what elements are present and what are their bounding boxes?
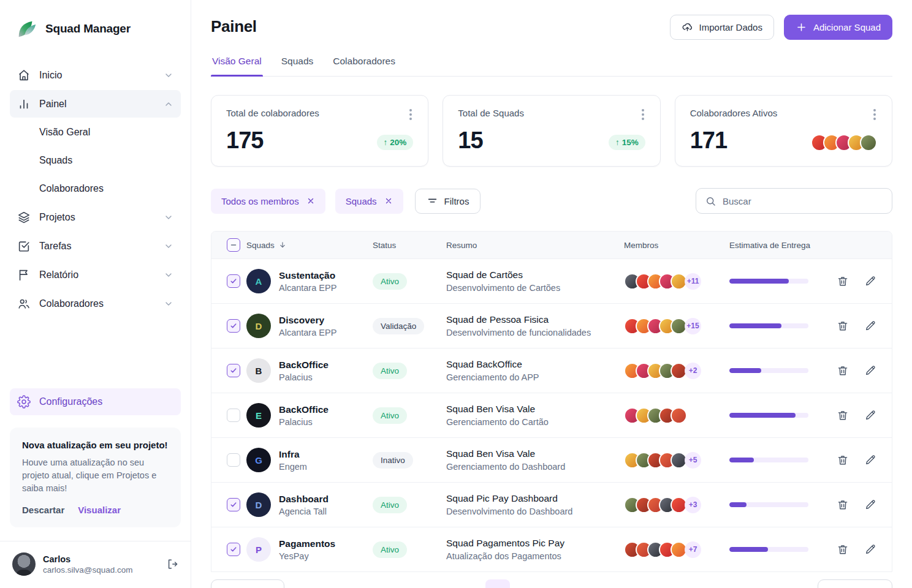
members-avatars: +2	[624, 363, 729, 379]
squad-company: Palacius	[279, 417, 329, 427]
sidebar-item-relatorio[interactable]: Relatório	[10, 261, 181, 288]
delivery-progress-bar	[729, 368, 808, 373]
sidebar-subitem-colaboradores[interactable]: Colaboradores	[10, 175, 181, 202]
page-button-2[interactable]: 2	[512, 579, 537, 588]
people-icon	[17, 297, 31, 311]
dismiss-link[interactable]: Descartar	[22, 505, 64, 515]
filter-chip-todos-os-membros[interactable]: Todos os membros	[211, 189, 325, 214]
view-link[interactable]: Visualizar	[78, 505, 121, 515]
members-avatars: +7	[624, 541, 729, 558]
sidebar-item-tarefas[interactable]: Tarefas	[10, 232, 181, 260]
filters-button[interactable]: Filtros	[415, 189, 481, 214]
edit-icon[interactable]	[864, 364, 876, 377]
kebab-menu-icon[interactable]	[872, 108, 877, 121]
kebab-menu-icon[interactable]	[408, 108, 413, 121]
row-checkbox[interactable]	[227, 364, 240, 377]
delete-icon[interactable]	[837, 364, 849, 377]
stat-card-colaboradores-ativos: Colaboradores Ativos171	[675, 95, 892, 167]
summary-subtitle: Gerenciamento do Cartão	[446, 417, 624, 427]
row-checkbox[interactable]	[227, 543, 240, 556]
delivery-progress-bar	[729, 413, 808, 418]
members-avatars: +3	[624, 497, 729, 513]
summary-title: Squad Pagamentos Pic Pay	[446, 538, 624, 549]
close-icon[interactable]	[384, 197, 393, 205]
sidebar-subitem-squads[interactable]: Squads	[10, 147, 181, 174]
delete-icon[interactable]	[837, 409, 849, 421]
members-avatars	[624, 407, 729, 424]
import-data-button[interactable]: Importar Dados	[670, 15, 774, 40]
search-input[interactable]	[723, 196, 883, 206]
page-button-6[interactable]: 6	[593, 579, 618, 588]
extra-members-badge: +11	[685, 273, 701, 290]
previous-page-button[interactable]: Anterior	[211, 579, 284, 588]
extra-members-badge: +7	[685, 541, 701, 558]
table-row: BBackOfficePalaciusAtivoSquad BackOffice…	[211, 348, 892, 393]
page-ellipsis: ...	[566, 579, 591, 588]
row-checkbox[interactable]	[227, 409, 240, 422]
members-avatars: +11	[624, 273, 729, 290]
sidebar-item-colaboradores[interactable]: Colaboradores	[10, 290, 181, 317]
filter-chip-squads[interactable]: Squads	[335, 189, 403, 214]
edit-icon[interactable]	[864, 454, 876, 466]
status-badge: Ativo	[373, 541, 407, 558]
summary-subtitle: Desenvolvimento de funcionalidades	[446, 328, 624, 337]
delete-icon[interactable]	[837, 320, 849, 332]
next-page-button[interactable]: Próximo	[818, 579, 892, 588]
table-row: PPagamentosYesPayAtivoSquad Pagamentos P…	[211, 527, 892, 571]
chevron-up-icon	[164, 99, 173, 109]
page-button-3[interactable]: 3	[539, 579, 564, 588]
trend-badge: ↑20%	[377, 135, 414, 150]
summary-subtitle: Gerenciamento do Dashboard	[446, 462, 624, 472]
squad-logo: E	[246, 403, 271, 428]
column-header-squads[interactable]: Squads	[246, 241, 373, 250]
squad-company: Alcantara EPP	[279, 328, 336, 337]
column-header-membros: Membros	[624, 241, 729, 250]
filter-chips: Todos os membrosSquads	[211, 189, 403, 214]
home-icon	[17, 69, 31, 82]
close-icon[interactable]	[306, 197, 315, 205]
sidebar-subitem-visao-geral[interactable]: Visão Geral	[10, 119, 181, 146]
row-checkbox[interactable]	[227, 498, 240, 511]
edit-icon[interactable]	[864, 320, 876, 332]
sidebar-item-painel[interactable]: Painel	[10, 90, 181, 118]
summary-subtitle: Desenvolvimento do Dashboard	[446, 507, 624, 516]
notification-card: Nova atualização em seu projeto! Houve u…	[10, 428, 181, 527]
squad-logo: D	[246, 492, 271, 517]
row-checkbox[interactable]	[227, 274, 240, 288]
row-checkbox[interactable]	[227, 453, 240, 467]
add-squad-button[interactable]: Adicionar Squad	[784, 15, 892, 40]
logout-icon[interactable]	[166, 558, 178, 570]
main-content: Painel Importar Dados Adicionar Squad	[191, 0, 912, 588]
delivery-progress-bar	[729, 502, 808, 507]
delete-icon[interactable]	[837, 275, 849, 287]
row-checkbox[interactable]	[227, 319, 240, 333]
edit-icon[interactable]	[864, 275, 876, 287]
filter-row: Todos os membrosSquads Filtros	[211, 188, 892, 214]
filter-icon	[427, 195, 438, 207]
squad-name: BackOffice	[279, 404, 329, 415]
squad-name: BackOffice	[279, 360, 329, 371]
delete-icon[interactable]	[837, 543, 849, 556]
tab-bar: Visão GeralSquadsColaboradores	[211, 56, 892, 77]
edit-icon[interactable]	[864, 409, 876, 421]
sidebar-item-settings[interactable]: Configurações	[10, 388, 181, 415]
squad-manager-logo-icon	[15, 17, 38, 40]
delete-icon[interactable]	[837, 499, 849, 511]
tab-colaboradores[interactable]: Colaboradores	[332, 56, 397, 76]
delete-icon[interactable]	[837, 454, 849, 466]
extra-members-badge: +5	[685, 452, 701, 469]
tab-squads[interactable]: Squads	[280, 56, 315, 76]
sidebar-item-inicio[interactable]: Inicio	[10, 61, 181, 89]
tab-visao-geral[interactable]: Visão Geral	[211, 56, 263, 76]
user-profile: Carlos carlos.silva@squad.com	[10, 541, 181, 576]
squad-logo: B	[246, 358, 271, 383]
page-button-1[interactable]: 1	[485, 579, 510, 588]
sidebar-item-projetos[interactable]: Projetos	[10, 203, 181, 231]
select-all-checkbox[interactable]	[227, 238, 240, 252]
notification-title: Nova atualização em seu projeto!	[22, 440, 169, 450]
kebab-menu-icon[interactable]	[640, 108, 645, 121]
squad-logo: D	[246, 314, 271, 338]
edit-icon[interactable]	[864, 543, 876, 556]
settings-label: Configurações	[39, 396, 173, 407]
edit-icon[interactable]	[864, 499, 876, 511]
